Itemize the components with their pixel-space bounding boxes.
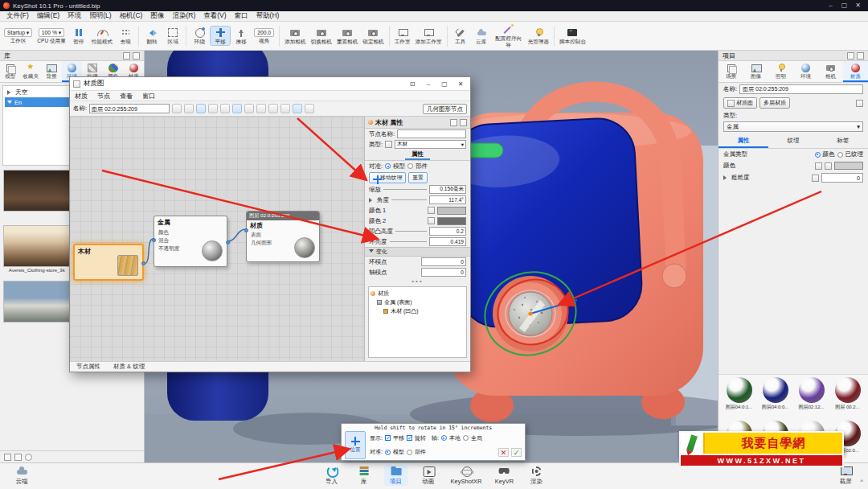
- material-graph-button[interactable]: 材质图: [723, 97, 757, 109]
- texture-map-icon[interactable]: [428, 217, 435, 224]
- cpu-dropdown[interactable]: 100 % ▾: [39, 28, 65, 37]
- material-item[interactable]: 图层04:0:1...: [722, 377, 756, 419]
- project-tab-image[interactable]: 图像: [743, 61, 768, 82]
- node-port[interactable]: [141, 261, 145, 265]
- switch-camera-button[interactable]: 切换相机: [309, 27, 334, 46]
- panel-close-icon[interactable]: [133, 52, 140, 60]
- chevron-up-icon[interactable]: ^: [860, 478, 863, 486]
- node-name-input[interactable]: [397, 129, 466, 138]
- project-tab-environment[interactable]: 环境: [793, 61, 818, 82]
- light-manager-button[interactable]: 光管理器: [526, 27, 551, 46]
- menu-window[interactable]: 窗口: [142, 92, 155, 101]
- add-layer-icon[interactable]: [856, 100, 863, 107]
- grid-view-icon[interactable]: [4, 454, 11, 461]
- align-part-radio[interactable]: [407, 163, 413, 169]
- library-toggle-button[interactable]: 库: [352, 465, 376, 486]
- material-sphere[interactable]: [835, 377, 861, 403]
- fov-control[interactable]: 200.0 视角: [252, 27, 276, 45]
- menu-lighting[interactable]: 照明(L): [85, 11, 115, 21]
- axial-value[interactable]: 0: [421, 268, 466, 277]
- texture-map-icon[interactable]: [428, 207, 435, 214]
- confirm-move-button[interactable]: ✓: [511, 448, 522, 457]
- menu-node[interactable]: 节点: [97, 92, 110, 101]
- library-tab-backplates[interactable]: 背景: [41, 61, 62, 82]
- node-port[interactable]: [152, 238, 156, 242]
- close-button[interactable]: ✕: [851, 0, 865, 11]
- save-icon[interactable]: [172, 104, 182, 113]
- material-item[interactable]: 图层04:0:0...: [758, 377, 792, 419]
- menu-view[interactable]: 查看(V): [199, 11, 230, 21]
- align-model-radio[interactable]: [385, 450, 391, 455]
- tree-item-metal[interactable]: 金属 (表面): [371, 298, 465, 306]
- menu-material[interactable]: 材质: [75, 92, 88, 101]
- workspace-selector[interactable]: Startup ▾ 工作区: [2, 27, 34, 45]
- menu-camera[interactable]: 相机(C): [116, 11, 147, 21]
- align-part-radio[interactable]: [407, 450, 412, 455]
- settings-icon[interactable]: [305, 104, 314, 113]
- metal-color-radio[interactable]: [815, 152, 821, 158]
- reset-button[interactable]: 重置: [408, 172, 428, 183]
- expand-icon[interactable]: [723, 175, 729, 180]
- menu-window[interactable]: 窗口: [231, 11, 252, 21]
- contrast-slider[interactable]: [390, 241, 428, 242]
- subtab-textures[interactable]: 纹理: [768, 135, 818, 148]
- screenshot-button[interactable]: 截屏: [833, 465, 858, 486]
- status-node-properties[interactable]: 节点属性: [76, 363, 100, 371]
- environment-preview[interactable]: [3, 225, 71, 267]
- cloud-button[interactable]: 云端: [10, 465, 34, 486]
- maximize-button[interactable]: ▢: [438, 80, 451, 88]
- menu-image[interactable]: 图像: [146, 11, 168, 21]
- material-graph-titlebar[interactable]: 材质图 ⊡ – ▢ ✕: [70, 77, 470, 91]
- add-studio-button[interactable]: 添加工作室: [414, 27, 444, 46]
- close-button[interactable]: ✕: [454, 80, 467, 88]
- material-item[interactable]: 图层02:12...: [794, 377, 829, 419]
- texture-map-icon[interactable]: [815, 162, 822, 170]
- flip-button[interactable]: 翻转: [142, 27, 162, 46]
- variation-section[interactable]: 变化: [365, 247, 470, 257]
- material-type-select[interactable]: 金属 ▾: [723, 121, 863, 132]
- texture-map-icon[interactable]: [812, 175, 819, 182]
- project-tab-material[interactable]: 材质: [843, 61, 868, 82]
- menu-render[interactable]: 渲染(R): [168, 11, 199, 21]
- denoise-button[interactable]: 去噪: [116, 27, 135, 46]
- script-console-button[interactable]: 脚本控制台: [558, 27, 588, 46]
- render-button[interactable]: 渲染: [524, 465, 548, 486]
- menu-environment[interactable]: 环境: [63, 11, 85, 21]
- environment-preview[interactable]: [3, 281, 71, 323]
- node-port[interactable]: [226, 240, 230, 244]
- project-tab-scene[interactable]: 场景: [719, 61, 743, 82]
- reset-camera-button[interactable]: 重置相机: [335, 27, 359, 46]
- environment-thumbnail[interactable]: Aversis_Clothing-store_3k: [3, 225, 71, 277]
- menu-help[interactable]: 帮助(H): [252, 11, 284, 21]
- resize-handle[interactable]: •••: [365, 277, 470, 285]
- environment-thumbnail[interactable]: [3, 170, 71, 222]
- dolly-button[interactable]: 推移: [231, 27, 251, 46]
- menu-edit[interactable]: 编辑(E): [33, 11, 63, 21]
- orbit-button[interactable]: 环绕: [190, 27, 209, 46]
- lock-camera-button[interactable]: 锁定相机: [361, 27, 385, 46]
- zoom-out-icon[interactable]: [280, 104, 290, 113]
- studio-button[interactable]: 工作室: [393, 27, 412, 46]
- axis-local-radio[interactable]: [441, 435, 447, 441]
- material-name-input[interactable]: 图层 02:0:255:209: [739, 84, 863, 94]
- panel-close-icon[interactable]: [857, 52, 864, 60]
- region-button[interactable]: 区域: [163, 27, 182, 46]
- duplicate-node-icon[interactable]: [220, 104, 230, 113]
- library-tab-models[interactable]: 模型: [0, 61, 21, 82]
- zoom-in-icon[interactable]: [268, 104, 278, 113]
- scale-slider[interactable]: [383, 189, 427, 190]
- roughness-input[interactable]: 0: [821, 173, 863, 183]
- cpu-usage-selector[interactable]: 100 % ▾ CPU 使用量: [35, 27, 68, 45]
- pause-button[interactable]: 暂停: [69, 27, 88, 46]
- search-icon[interactable]: [25, 454, 32, 461]
- color2-swatch[interactable]: [437, 217, 466, 225]
- scale-value[interactable]: 0.156毫米: [429, 185, 466, 194]
- wood-texture-node[interactable]: 木材: [73, 244, 144, 281]
- maximize-button[interactable]: ▢: [837, 0, 851, 11]
- node-canvas[interactable]: 木材 金属 颜色 混合 不透明度 图层 02:0:255:209 材质 表面: [70, 117, 364, 361]
- material-sphere[interactable]: [763, 377, 788, 403]
- subtab-properties[interactable]: 属性: [719, 135, 768, 148]
- import-button[interactable]: 导入: [320, 465, 344, 486]
- bump-value[interactable]: 0.2: [429, 227, 466, 236]
- bump-slider[interactable]: [395, 231, 427, 232]
